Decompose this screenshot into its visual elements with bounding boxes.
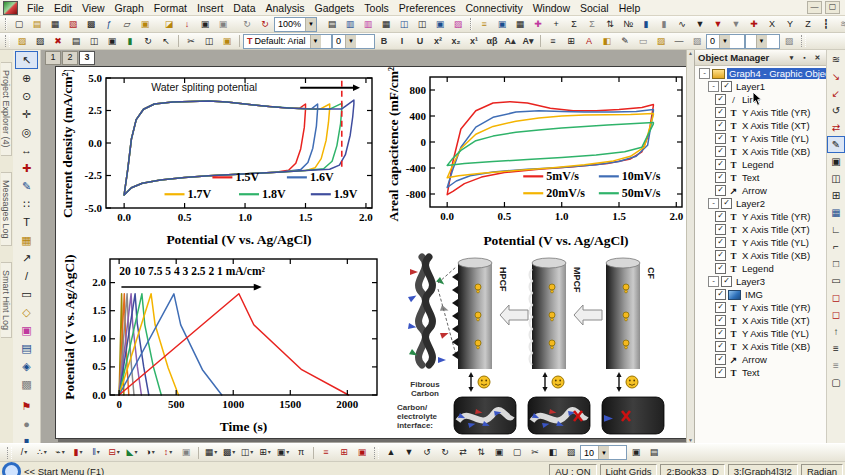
print-icon[interactable]: ▤ (324, 17, 340, 32)
recalculate-icon[interactable]: ↻ (239, 17, 255, 32)
om-dropdown-button[interactable]: ▾ (786, 52, 797, 63)
chart-gcd-curves[interactable]: 05001000150020000.00.51.01.52.020 10 7.5… (62, 251, 387, 439)
new-bottom-axis-icon[interactable]: ◻ (827, 306, 845, 323)
open-excel-icon[interactable]: ▤ (29, 17, 45, 32)
group-icon[interactable]: ▣ (491, 445, 507, 460)
equation-tool-icon[interactable]: ▦ (15, 231, 38, 249)
status-au-on[interactable]: AU : ON (549, 464, 596, 475)
bold-icon[interactable]: B (376, 34, 392, 49)
mask-range-icon[interactable]: ↘ (827, 68, 845, 85)
fill-color-icon[interactable]: ◧ (599, 34, 615, 49)
pointer-tool-icon[interactable]: ↖ (15, 51, 38, 69)
panel-tab-smart-hint-log[interactable]: Smart Hint Log (1, 262, 12, 338)
tree-item-y-axis-title-yr[interactable]: ✓TY Axis Title (YR) (695, 210, 826, 223)
chevron-down-icon[interactable]: ▾ (24, 446, 27, 459)
tree-expander-icon[interactable]: - (708, 276, 719, 287)
results-log-icon[interactable]: ▥ (360, 17, 376, 32)
duplicate-window-icon[interactable]: ◫ (396, 17, 412, 32)
visibility-checkbox[interactable]: ✓ (715, 354, 726, 365)
tree-item-text[interactable]: ✓TText (695, 366, 826, 379)
chevron-down-icon[interactable]: ▾ (134, 446, 137, 459)
page-setup-icon[interactable]: ▤ (68, 34, 84, 49)
status-3-graph4-3-2[interactable]: 3:[Graph4]3!2 (728, 464, 798, 475)
tree-item-x-axis-title-xt[interactable]: ✓TX Axis Title (XT) (695, 223, 826, 236)
toolbar-grip[interactable] (801, 35, 806, 47)
pick-object-icon[interactable]: ↖ (158, 34, 174, 49)
sort-columns-icon[interactable]: Σ (584, 17, 600, 32)
zoom-panel-tool-icon[interactable]: ⊙ (15, 87, 38, 105)
tree-item-y-axis-title-yl[interactable]: ✓TY Axis Title (YL) (695, 132, 826, 145)
tree-item-arrow[interactable]: ✓↗Arrow (695, 184, 826, 197)
cut-icon[interactable]: ✂ (183, 34, 199, 49)
rotate-object-icon[interactable]: ↻ (140, 34, 156, 49)
chevron-down-icon[interactable]: ▾ (62, 446, 65, 459)
new-function-icon[interactable]: ƒ (101, 17, 117, 32)
filter-add-icon[interactable]: ▼ (710, 17, 726, 32)
tree-item-y-axis-title-yr[interactable]: ✓TY Axis Title (YR) (695, 106, 826, 119)
insert-image-tool-icon[interactable]: ▤ (15, 339, 38, 357)
tree-item-text[interactable]: ✓TText (695, 171, 826, 184)
cursor-gadget-tool-icon[interactable]: ∷ (15, 195, 38, 213)
apps-flag-icon[interactable]: ⚑ (15, 397, 38, 415)
new-graph-icon[interactable]: ▧ (65, 17, 81, 32)
split-workbook-icon[interactable]: ◫ (414, 17, 430, 32)
start-menu-label[interactable]: << Start Menu (F1) (24, 466, 104, 475)
axis-bottom-icon[interactable]: ∟ (827, 221, 845, 238)
chevron-down-icon[interactable]: ▼ (345, 35, 356, 48)
superscript-icon[interactable]: x² (430, 34, 446, 49)
scroll-up-icon[interactable]: ▲ (688, 50, 693, 56)
x-column-icon[interactable]: X (764, 17, 780, 32)
menu-window[interactable]: Window (528, 1, 575, 15)
new-notes-icon[interactable]: ▱ (119, 17, 135, 32)
theme-brush-icon[interactable]: ▣ (104, 34, 120, 49)
object-manager-header[interactable]: Object Manager ▾▪✕ (695, 50, 826, 66)
visibility-checkbox[interactable]: ✓ (715, 172, 726, 183)
tree-item-y-axis-title-yl[interactable]: ✓TY Axis Title (YL) (695, 327, 826, 340)
z-column-icon[interactable]: Z (800, 17, 816, 32)
scatter-plot-icon[interactable]: ∴▾ (34, 445, 50, 460)
tree-item-arrow[interactable]: ✓↗Arrow (695, 353, 826, 366)
new-project-icon[interactable]: ▢ (11, 17, 27, 32)
mask-points-tool-icon[interactable]: ✚ (15, 159, 38, 177)
menu-file[interactable]: File (22, 1, 49, 15)
set-values-icon[interactable]: № (620, 17, 636, 32)
minimize-button[interactable]: — (807, 1, 822, 14)
stock-plot-icon[interactable]: ↕▾ (160, 445, 176, 460)
line-symbol-plot-icon[interactable]: ⌁▾ (52, 445, 68, 460)
highlight-icon[interactable]: ▨ (653, 34, 669, 49)
visibility-checkbox[interactable]: ✓ (715, 289, 726, 300)
visibility-checkbox[interactable]: ✓ (715, 185, 726, 196)
visibility-checkbox[interactable]: ✓ (715, 263, 726, 274)
pan-tool-icon[interactable]: ◇ (15, 303, 38, 321)
visibility-checkbox[interactable]: ✓ (715, 302, 726, 313)
status-2-book33-d[interactable]: 2:Book33_D (660, 464, 724, 475)
visibility-checkbox[interactable]: ✓ (715, 250, 726, 261)
chevron-down-icon[interactable]: ▼ (719, 35, 730, 48)
visibility-checkbox[interactable]: ✓ (715, 107, 726, 118)
tree-expander-icon[interactable]: - (708, 81, 719, 92)
chevron-down-icon[interactable]: ▾ (268, 446, 271, 459)
snap-objects-icon[interactable]: ⊞ (336, 445, 352, 460)
toolbar-grip[interactable] (5, 35, 10, 47)
distribute-layers-icon[interactable]: ≡ (827, 357, 845, 374)
delete-format-icon[interactable]: ✖ (50, 34, 66, 49)
layer-tab-1[interactable]: 1 (45, 51, 61, 65)
screen-reader-tool-icon[interactable]: ✛ (15, 105, 38, 123)
region-mask-icon[interactable]: ≋ (827, 51, 845, 68)
layer-up-icon[interactable]: ↑ (827, 323, 845, 340)
tree-item-x-axis-title-xt[interactable]: ✓TX Axis Title (XT) (695, 119, 826, 132)
menu-preferences[interactable]: Preferences (394, 1, 461, 15)
chevron-down-icon[interactable]: ▾ (232, 446, 235, 459)
toolbar-grip[interactable] (470, 18, 472, 30)
chevron-down-icon[interactable]: ▾ (79, 446, 82, 459)
insert-graph-tool-icon[interactable]: ▣ (15, 321, 38, 339)
toolbar-grip[interactable] (7, 447, 12, 459)
chevron-down-icon[interactable]: ▾ (169, 446, 172, 459)
object-edit-tool-icon[interactable]: ▩ (15, 375, 38, 393)
clear-mask-icon[interactable]: ↺ (827, 102, 845, 119)
y-column-icon[interactable]: Y (782, 17, 798, 32)
search-icon[interactable] (2, 462, 21, 475)
copy-format-icon[interactable]: ▨ (14, 34, 30, 49)
swap-mask-icon[interactable]: ⇄ (827, 119, 845, 136)
none-designation-icon[interactable]: ≋ (836, 17, 845, 32)
